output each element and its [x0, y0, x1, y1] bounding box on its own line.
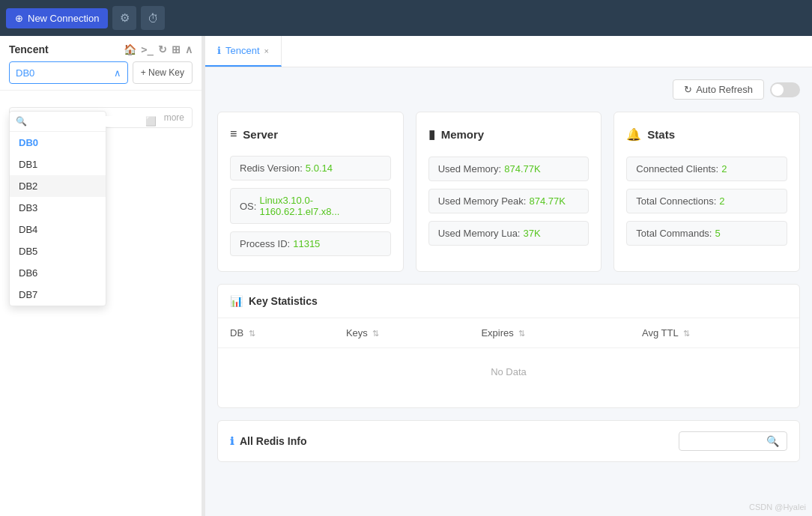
db-option-db4[interactable]: DB4: [10, 219, 106, 240]
redis-version-stat: Redis Version: 5.0.14: [230, 156, 391, 180]
stats-card-title: 🔔 Stats: [626, 127, 787, 142]
memory-card: ▮ Memory Used Memory: 874.77K Used Memor…: [416, 112, 602, 272]
stats-card: 🔔 Stats Connected Clients: 2 Total Conne…: [613, 112, 800, 272]
connected-clients-stat: Connected Clients: 2: [626, 157, 787, 181]
clock-icon: ⏱: [148, 12, 159, 25]
sidebar-title-row: Tencent 🏠 >_ ↻ ⊞ ∧: [9, 43, 193, 55]
settings-button[interactable]: ⚙: [112, 6, 136, 30]
memory-card-title: ▮ Memory: [428, 127, 590, 142]
clock-button[interactable]: ⏱: [141, 6, 165, 30]
sort-icon-avgttl: ⇅: [683, 329, 690, 338]
sort-icon-db: ⇅: [249, 329, 255, 338]
auto-refresh-button[interactable]: ↻ Auto Refresh: [673, 79, 764, 100]
db-option-db6[interactable]: DB6: [10, 262, 106, 284]
sort-icon-expires: ⇅: [518, 329, 525, 338]
info-icon: ℹ: [230, 435, 234, 447]
refresh-icon[interactable]: ↻: [158, 43, 167, 55]
db-option-db1[interactable]: DB1: [10, 154, 106, 175]
auto-refresh-toggle[interactable]: [770, 82, 800, 97]
server-card: ≡ Server Redis Version: 5.0.14 OS: Linux…: [217, 112, 404, 272]
used-memory-lua-stat: Used Memory Lua: 37K: [428, 221, 590, 246]
new-key-button[interactable]: + New Key: [133, 61, 193, 84]
db-selector[interactable]: DB0 ∧: [9, 61, 128, 84]
db-option-db7[interactable]: DB7: [10, 284, 106, 306]
total-commands-stat: Total Commands: 5: [626, 221, 787, 246]
db-selector-row: DB0 ∧ + New Key: [9, 61, 193, 84]
new-connection-button[interactable]: ⊕ New Connection: [6, 8, 108, 28]
used-memory-peak-stat: Used Memory Peak: 874.77K: [428, 189, 590, 213]
main-layout: Tencent 🏠 >_ ↻ ⊞ ∧ DB0 ∧ + New Key: [0, 36, 812, 516]
total-connections-stat: Total Connections: 2: [626, 189, 787, 213]
refresh-icon: ↻: [684, 84, 692, 95]
toolbar: ↻ Auto Refresh: [217, 79, 800, 100]
tab-bar: ℹ Tencent ×: [205, 36, 812, 67]
tab-tencent[interactable]: ℹ Tencent ×: [205, 36, 282, 67]
col-expires[interactable]: Expires ⇅: [469, 318, 630, 348]
chevron-up-icon[interactable]: ∧: [185, 43, 193, 55]
server-icon: ≡: [230, 127, 237, 141]
no-data-cell: No Data: [218, 348, 799, 396]
dropdown-search-input[interactable]: [30, 116, 142, 127]
db-option-db5[interactable]: DB5: [10, 240, 106, 262]
top-bar: ⊕ New Connection ⚙ ⏱: [0, 0, 812, 36]
db-dropdown: 🔍 ⬜ DB0 DB1 DB2 DB3 DB4 DB5 DB6 DB7: [9, 111, 106, 306]
copy-icon: ⬜: [145, 116, 157, 127]
tab-label: Tencent: [225, 45, 260, 56]
tab-close-button[interactable]: ×: [264, 46, 269, 55]
used-memory-stat: Used Memory: 874.77K: [428, 157, 590, 181]
chevron-up-icon: ∧: [114, 67, 121, 79]
db-option-db3[interactable]: DB3: [10, 197, 106, 219]
settings-icon: ⚙: [120, 11, 130, 25]
sidebar-header: Tencent 🏠 >_ ↻ ⊞ ∧ DB0 ∧ + New Key: [0, 36, 202, 91]
db-option-db0[interactable]: DB0: [10, 132, 106, 154]
process-id-stat: Process ID: 11315: [230, 231, 391, 256]
memory-icon: ▮: [428, 127, 435, 142]
stats-cards-row: ≡ Server Redis Version: 5.0.14 OS: Linux…: [217, 112, 800, 272]
tab-info-icon: ℹ: [217, 45, 221, 56]
key-statistics-table-container: DB ⇅ Keys ⇅ Expires ⇅ Avg TTL ⇅ No Data: [218, 318, 799, 407]
terminal-icon[interactable]: >_: [141, 43, 154, 55]
bell-icon: 🔔: [626, 127, 641, 142]
redis-info-header: ℹ All Redis Info 🔍: [218, 421, 799, 461]
col-keys[interactable]: Keys ⇅: [334, 318, 470, 348]
search-icon: 🔍: [766, 435, 779, 447]
plus-dot-icon: ⊕: [15, 13, 23, 24]
content-scroll: ↻ Auto Refresh ≡ Server Redis Version: 5…: [205, 67, 812, 516]
col-db[interactable]: DB ⇅: [218, 318, 334, 348]
bar-chart-icon: 📊: [230, 295, 243, 307]
sort-icon-keys: ⇅: [372, 329, 379, 338]
grid-icon[interactable]: ⊞: [172, 43, 181, 55]
os-stat: OS: Linux3.10.0-1160.62.1.el7.x8...: [230, 188, 391, 224]
search-icon: 🔍: [16, 116, 27, 127]
sidebar-search-area: [0, 92, 202, 104]
col-avgttl[interactable]: Avg TTL ⇅: [630, 318, 799, 348]
no-data-row: No Data: [218, 348, 799, 396]
content-area: ℹ Tencent × ↻ Auto Refresh ≡: [205, 36, 812, 516]
key-statistics-section: 📊 Key Statistics DB ⇅ Keys ⇅ Expires ⇅ A…: [217, 284, 800, 408]
server-card-title: ≡ Server: [230, 127, 391, 141]
sidebar: Tencent 🏠 >_ ↻ ⊞ ∧ DB0 ∧ + New Key: [0, 36, 202, 516]
redis-info-search-input[interactable]: [687, 436, 762, 447]
dropdown-search-row: 🔍 ⬜: [10, 112, 106, 132]
home-icon[interactable]: 🏠: [124, 43, 136, 55]
all-redis-info-section: ℹ All Redis Info 🔍: [217, 420, 800, 462]
connection-name: Tencent: [9, 43, 49, 55]
key-statistics-table: DB ⇅ Keys ⇅ Expires ⇅ Avg TTL ⇅ No Data: [218, 318, 799, 395]
redis-info-search: 🔍: [679, 431, 787, 451]
key-statistics-header: 📊 Key Statistics: [218, 285, 799, 318]
sidebar-icon-group: 🏠 >_ ↻ ⊞ ∧: [124, 43, 193, 55]
watermark: CSDN @Hyalei: [749, 503, 806, 512]
db-option-db2[interactable]: DB2: [10, 175, 106, 197]
